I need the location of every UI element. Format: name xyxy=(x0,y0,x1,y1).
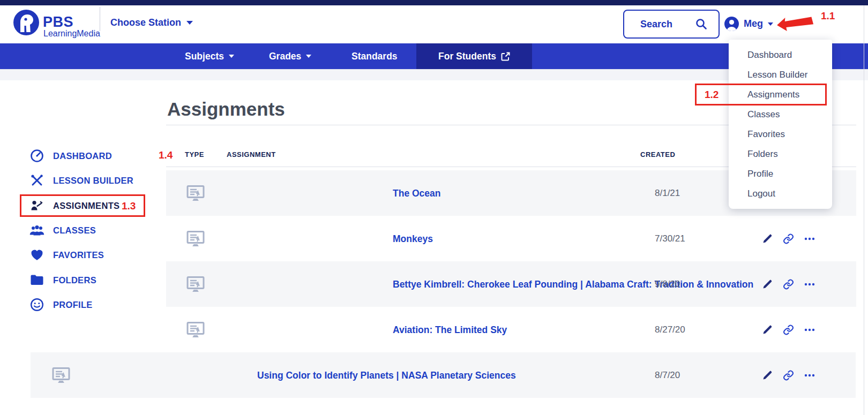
more-options-icon[interactable] xyxy=(804,237,815,240)
assignment-link[interactable]: Aviation: The Limited Sky xyxy=(393,324,507,335)
chevron-down-icon xyxy=(186,21,193,25)
menu-item-profile[interactable]: Profile xyxy=(729,164,832,184)
gauge-icon xyxy=(29,149,44,163)
annotation-label-1-1: 1.1 xyxy=(821,10,835,22)
table-row: Using Color to Identify Planets | NASA P… xyxy=(31,352,856,398)
more-options-icon[interactable] xyxy=(804,283,815,286)
interactive-lesson-icon xyxy=(186,230,205,247)
header-divider xyxy=(100,7,100,31)
sidebar-item-classes[interactable]: CLASSES xyxy=(29,222,163,239)
column-header-assignment: ASSIGNMENT xyxy=(227,150,276,159)
sidebar-item-profile[interactable]: PROFILE xyxy=(29,296,163,313)
assignment-link[interactable]: Using Color to Identify Planets | NASA P… xyxy=(257,369,516,381)
avatar xyxy=(724,17,739,31)
chevron-down-icon xyxy=(768,22,773,26)
nav-for-students-label: For Students xyxy=(438,51,496,62)
menu-item-logout[interactable]: Logout xyxy=(729,184,832,203)
nav-standards[interactable]: Standards xyxy=(351,43,398,69)
copy-link-icon[interactable] xyxy=(783,369,794,381)
annotation-arrow-1-1 xyxy=(776,14,815,33)
search-icon xyxy=(695,18,708,31)
edit-icon[interactable] xyxy=(762,233,773,244)
nav-subjects-label: Subjects xyxy=(185,51,224,62)
created-date: 8/27/20 xyxy=(655,325,685,335)
nav-grades[interactable]: Grades xyxy=(269,43,311,69)
edit-icon[interactable] xyxy=(762,279,773,290)
table-row: Monkeys 7/30/21 xyxy=(166,216,856,261)
created-date: 8/1/21 xyxy=(655,188,680,199)
brand-subname[interactable]: LearningMedia xyxy=(43,29,100,39)
edit-icon[interactable] xyxy=(762,370,773,381)
interactive-lesson-icon xyxy=(186,185,205,201)
nav-for-students[interactable]: For Students xyxy=(416,43,532,69)
sidebar-item-lesson-builder[interactable]: LESSON BUILDER xyxy=(29,172,163,189)
table-row: Bettye Kimbrell: Cherokee Leaf Pounding … xyxy=(166,261,856,307)
menu-item-classes[interactable]: Classes xyxy=(729,104,832,124)
choose-station-button[interactable]: Choose Station xyxy=(110,17,193,28)
copy-link-icon[interactable] xyxy=(783,278,794,290)
search-label: Search xyxy=(640,19,672,30)
user-name: Meg xyxy=(744,18,763,29)
sidebar-item-favorites[interactable]: FAVORITES xyxy=(29,246,163,263)
brand-name[interactable]: PBS xyxy=(43,14,73,31)
interactive-lesson-icon xyxy=(186,276,205,292)
menu-item-favorites[interactable]: Favorites xyxy=(729,124,832,144)
menu-item-dashboard[interactable]: Dashboard xyxy=(729,45,832,65)
folder-icon xyxy=(29,274,44,286)
interactive-lesson-icon xyxy=(52,367,70,383)
sidebar-item-dashboard[interactable]: DASHBOARD xyxy=(29,147,163,164)
created-date: 7/30/21 xyxy=(655,233,685,244)
nav-grades-label: Grades xyxy=(269,51,301,62)
smiley-icon xyxy=(29,298,44,312)
annotation-label-1-4: 1.4 xyxy=(159,149,173,161)
sidebar-item-folders[interactable]: FOLDERS xyxy=(29,271,163,289)
edit-icon[interactable] xyxy=(762,325,773,335)
sidebar-label: CLASSES xyxy=(53,225,96,236)
sidebar-label: LESSON BUILDER xyxy=(53,176,133,186)
sidebar-label: PROFILE xyxy=(53,300,93,310)
nav-subjects[interactable]: Subjects xyxy=(185,43,234,69)
people-group-icon xyxy=(29,224,44,237)
copy-link-icon[interactable] xyxy=(783,324,794,335)
page-title: Assignments xyxy=(167,99,285,120)
chevron-down-icon xyxy=(306,55,311,58)
assignment-link[interactable]: Bettye Kimbrell: Cherokee Leaf Pounding … xyxy=(393,278,753,290)
menu-item-folders[interactable]: Folders xyxy=(729,144,832,164)
build-tools-icon xyxy=(29,173,44,187)
top-strip xyxy=(0,0,868,5)
user-menu-button[interactable]: Meg xyxy=(724,17,773,31)
more-options-icon[interactable] xyxy=(804,374,815,377)
column-header-created: CREATED xyxy=(640,150,675,159)
assignment-link[interactable]: Monkeys xyxy=(393,233,433,244)
more-options-icon[interactable] xyxy=(804,328,815,331)
created-date: 8/7/20 xyxy=(655,370,680,381)
nav-standards-label: Standards xyxy=(351,51,398,62)
assignment-link[interactable]: The Ocean xyxy=(393,187,440,199)
search-button[interactable]: Search xyxy=(623,10,720,39)
heart-icon xyxy=(29,249,44,261)
annotation-label-1-2: 1.2 xyxy=(705,89,719,101)
column-header-type: TYPE xyxy=(185,150,204,159)
chevron-down-icon xyxy=(229,55,234,58)
external-link-icon xyxy=(501,52,510,61)
copy-link-icon[interactable] xyxy=(783,233,794,244)
created-date: 9/8/20 xyxy=(655,279,680,290)
sidebar-label: DASHBOARD xyxy=(53,151,112,161)
sidebar-label: FOLDERS xyxy=(53,275,96,285)
choose-station-label: Choose Station xyxy=(110,17,181,28)
pbs-logo-icon[interactable] xyxy=(13,9,40,38)
user-dropdown-menu: Dashboard Lesson Builder Assignments Cla… xyxy=(729,40,832,209)
table-row: Aviation: The Limited Sky 8/27/20 xyxy=(166,307,856,352)
sidebar-label: FAVORITES xyxy=(53,250,104,260)
annotation-label-1-3: 1.3 xyxy=(122,200,136,212)
menu-item-lesson-builder[interactable]: Lesson Builder xyxy=(729,65,832,85)
interactive-lesson-icon xyxy=(186,321,205,338)
scrollbar[interactable] xyxy=(864,5,864,415)
